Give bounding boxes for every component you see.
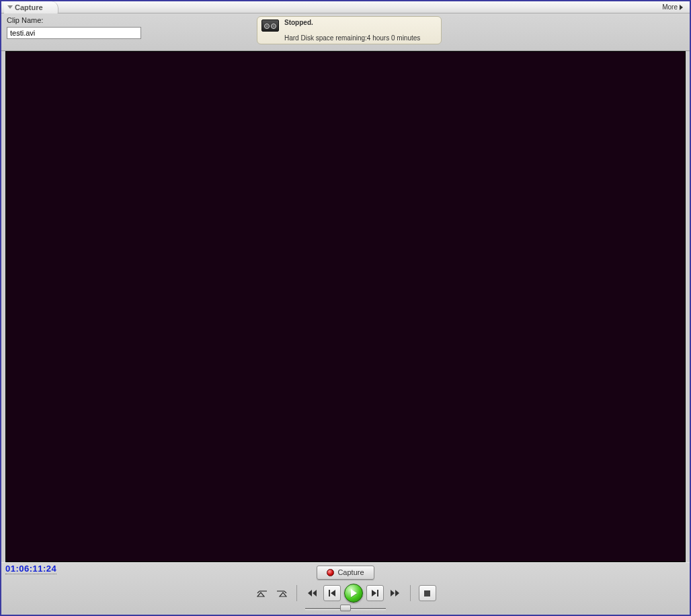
- prev-scene-button[interactable]: [255, 585, 270, 601]
- separator: [410, 585, 411, 601]
- clipname-label: Clip Name:: [7, 16, 141, 24]
- shuttle-slider[interactable]: [305, 606, 386, 611]
- prev-scene-icon: [257, 588, 269, 598]
- step-back-button[interactable]: [323, 585, 341, 601]
- playback-group: [305, 584, 402, 603]
- capture-window: Capture More Clip Name: Stopped. Hard Di…: [0, 0, 691, 616]
- bottombar: 01:06:11:24 Capture: [1, 562, 690, 615]
- window-title: Capture: [15, 3, 43, 11]
- slider-thumb[interactable]: [340, 605, 351, 611]
- capture-button-label: Capture: [337, 568, 364, 576]
- title-tab[interactable]: Capture: [4, 1, 58, 13]
- preview-area: [1, 51, 690, 562]
- step-forward-icon: [370, 589, 380, 597]
- status-texts: Stopped. Hard Disk space remaining:4 hou…: [284, 19, 420, 42]
- next-scene-button[interactable]: [274, 585, 288, 601]
- capture-row: Capture: [1, 564, 690, 580]
- stop-button[interactable]: [419, 585, 436, 601]
- rewind-icon: [307, 589, 318, 597]
- clipname-block: Clip Name:: [7, 16, 141, 39]
- panel-menu-icon: [7, 5, 13, 9]
- svg-rect-1: [377, 590, 378, 596]
- clipname-input[interactable]: [7, 27, 141, 39]
- more-label: More: [662, 3, 678, 11]
- video-preview: [5, 51, 686, 562]
- status-title: Stopped.: [284, 19, 420, 26]
- status-box: Stopped. Hard Disk space remaining:4 hou…: [257, 16, 442, 44]
- chevron-right-icon: [680, 5, 683, 10]
- step-back-icon: [327, 589, 337, 597]
- fast-forward-button[interactable]: [387, 585, 402, 601]
- play-icon: [351, 589, 357, 597]
- record-icon: [327, 569, 334, 576]
- svg-rect-0: [329, 590, 330, 596]
- next-scene-icon: [275, 588, 287, 598]
- slider-row: [1, 606, 690, 611]
- status-subtitle: Hard Disk space remaining:4 hours 0 minu…: [284, 34, 420, 42]
- header: Clip Name: Stopped. Hard Disk space rema…: [1, 13, 690, 51]
- titlebar: Capture More: [1, 1, 690, 13]
- step-forward-button[interactable]: [366, 585, 384, 601]
- cassette-icon: [261, 20, 279, 32]
- rewind-button[interactable]: [305, 585, 320, 601]
- separator: [296, 585, 297, 601]
- transport-row: [1, 582, 690, 605]
- capture-button[interactable]: Capture: [317, 566, 374, 580]
- play-button[interactable]: [344, 584, 363, 603]
- fast-forward-icon: [389, 589, 400, 597]
- more-button[interactable]: More: [658, 3, 687, 11]
- stop-icon: [424, 590, 430, 596]
- scene-group: [255, 585, 288, 601]
